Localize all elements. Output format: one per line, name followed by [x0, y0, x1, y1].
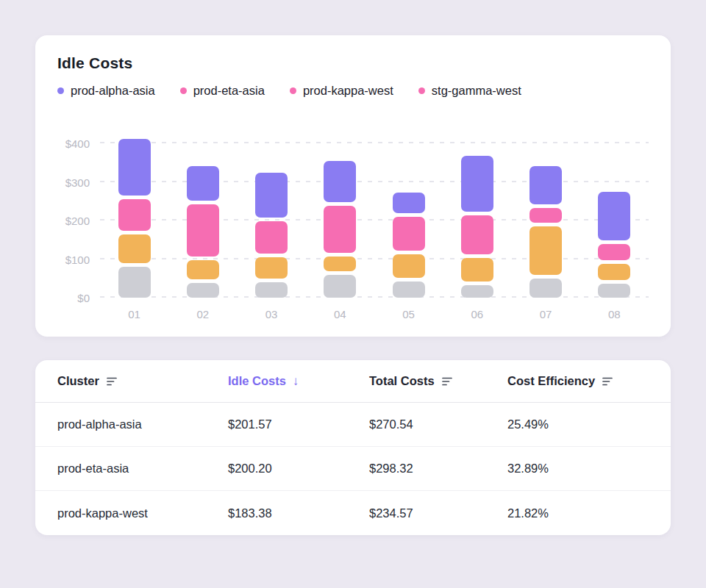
bar-segment-prod-kappa-west[interactable]: [324, 257, 356, 271]
bar-segment-prod-eta-asia[interactable]: [255, 221, 288, 254]
y-tick-label: $400: [65, 137, 90, 150]
bar-segment-stg-gamma-west[interactable]: [598, 284, 630, 298]
legend-item-prod-kappa-west[interactable]: prod-kappa-west: [290, 84, 393, 98]
bar-segment-prod-kappa-west[interactable]: [187, 260, 219, 279]
bar-segment-prod-eta-asia[interactable]: [118, 199, 151, 231]
bar-segment-prod-alpha-asia[interactable]: [598, 192, 630, 240]
stacked-bar-06: [461, 127, 493, 298]
column-header-cost-efficiency[interactable]: Cost Efficiency: [507, 374, 649, 388]
bar-segment-prod-alpha-asia[interactable]: [393, 193, 425, 213]
bar-segment-prod-kappa-west[interactable]: [530, 226, 562, 275]
legend-item-prod-eta-asia[interactable]: prod-eta-asia: [180, 84, 265, 98]
bar-segment-prod-kappa-west[interactable]: [118, 234, 151, 263]
bar-segment-stg-gamma-west[interactable]: [461, 285, 493, 298]
bar-segment-prod-eta-asia[interactable]: [598, 244, 630, 260]
legend-dot: [57, 87, 64, 94]
bar-segment-prod-alpha-asia[interactable]: [187, 166, 219, 201]
stacked-bar-03: [255, 127, 288, 298]
legend-label: prod-kappa-west: [303, 84, 393, 98]
legend-item-prod-alpha-asia[interactable]: prod-alpha-asia: [57, 84, 155, 98]
x-tick-label: 04: [306, 308, 374, 320]
table-row-prod-kappa-west: prod-kappa-west$183.38$234.5721.82%: [35, 491, 671, 535]
value-cell: $234.57: [369, 506, 507, 520]
chart-plot-area: [100, 127, 649, 298]
legend-label: prod-alpha-asia: [71, 84, 155, 98]
column-header-label: Idle Costs: [228, 374, 286, 388]
y-tick-label: $0: [77, 292, 90, 304]
idle-costs-chart-card: Idle Costs prod-alpha-asiaprod-eta-asiap…: [35, 35, 671, 337]
y-tick-label: $300: [65, 176, 90, 188]
bar-segment-prod-kappa-west[interactable]: [598, 264, 630, 280]
stacked-bar-01: [118, 127, 151, 298]
stacked-bar-02: [187, 127, 219, 298]
bar-slot-08: [580, 127, 649, 298]
y-tick-label: $100: [65, 253, 90, 265]
column-header-label: Total Costs: [369, 374, 435, 388]
bar-segment-stg-gamma-west[interactable]: [187, 283, 219, 298]
bar-segment-prod-eta-asia[interactable]: [324, 206, 356, 253]
value-cell: 32.89%: [507, 462, 649, 476]
x-tick-label: 08: [580, 308, 649, 320]
bar-slot-05: [374, 127, 443, 298]
legend-label: stg-gamma-west: [432, 84, 521, 98]
bar-segment-prod-alpha-asia[interactable]: [324, 161, 356, 201]
bar-segment-stg-gamma-west[interactable]: [530, 279, 562, 298]
table-header-row: ClusterIdle Costs↓Total CostsCost Effici…: [35, 360, 671, 403]
bar-segment-prod-kappa-west[interactable]: [255, 257, 288, 279]
bar-segment-prod-kappa-west[interactable]: [393, 254, 425, 278]
sort-descending-arrow-icon: ↓: [293, 375, 299, 387]
bar-segment-prod-eta-asia[interactable]: [187, 204, 219, 257]
sort-lines-icon: [602, 376, 614, 387]
column-header-label: Cost Efficiency: [507, 374, 595, 388]
legend-label: prod-eta-asia: [193, 84, 265, 98]
bar-segment-stg-gamma-west[interactable]: [324, 275, 356, 298]
legend-dot: [418, 87, 425, 94]
cluster-name-cell: prod-eta-asia: [57, 462, 228, 476]
x-tick-label: 07: [512, 308, 580, 320]
bar-segment-prod-alpha-asia[interactable]: [530, 166, 562, 205]
bar-segment-stg-gamma-west[interactable]: [118, 267, 151, 298]
bar-segment-prod-alpha-asia[interactable]: [255, 173, 288, 217]
table-row-prod-eta-asia: prod-eta-asia$200.20$298.3232.89%: [35, 447, 671, 491]
bar-segment-prod-eta-asia[interactable]: [530, 208, 562, 223]
x-tick-label: 01: [100, 308, 168, 320]
chart-title: Idle Costs: [57, 54, 649, 72]
dashboard-page: Idle Costs prod-alpha-asiaprod-eta-asiap…: [0, 0, 706, 588]
value-cell: $298.32: [369, 462, 507, 476]
bar-segment-stg-gamma-west[interactable]: [255, 282, 288, 298]
bar-slot-01: [100, 127, 168, 298]
bar-segment-prod-eta-asia[interactable]: [461, 215, 493, 254]
bar-slot-03: [238, 127, 306, 298]
bar-slot-06: [443, 127, 511, 298]
x-tick-label: 05: [374, 308, 443, 320]
bar-segment-stg-gamma-west[interactable]: [393, 282, 425, 298]
legend-dot: [180, 87, 187, 94]
stacked-bar-chart: $0$100$200$300$400: [57, 127, 649, 298]
table-row-prod-alpha-asia: prod-alpha-asia$201.57$270.5425.49%: [35, 403, 671, 447]
y-axis-labels: $0$100$200$300$400: [57, 127, 100, 298]
value-cell: 21.82%: [507, 506, 649, 520]
value-cell: 25.49%: [507, 417, 649, 431]
column-header-idle-costs[interactable]: Idle Costs↓: [228, 374, 369, 388]
column-header-total-costs[interactable]: Total Costs: [369, 374, 507, 388]
stacked-bar-04: [324, 127, 356, 298]
legend-dot: [290, 87, 296, 94]
column-header-cluster[interactable]: Cluster: [57, 374, 228, 388]
cluster-costs-table-card: ClusterIdle Costs↓Total CostsCost Effici…: [35, 360, 671, 535]
x-tick-label: 03: [238, 308, 306, 320]
bar-segment-prod-eta-asia[interactable]: [393, 217, 425, 251]
bar-segment-prod-alpha-asia[interactable]: [118, 139, 151, 195]
value-cell: $200.20: [228, 462, 369, 476]
bar-segment-prod-kappa-west[interactable]: [461, 258, 493, 282]
bar-slot-04: [306, 127, 374, 298]
cluster-name-cell: prod-kappa-west: [57, 506, 228, 520]
legend-item-stg-gamma-west[interactable]: stg-gamma-west: [418, 84, 521, 98]
value-cell: $183.38: [228, 506, 369, 520]
bar-segment-prod-alpha-asia[interactable]: [461, 156, 493, 212]
sort-lines-icon: [106, 376, 118, 387]
stacked-bar-05: [393, 127, 425, 298]
x-tick-label: 06: [443, 308, 511, 320]
sort-lines-icon: [441, 376, 454, 387]
column-header-label: Cluster: [57, 374, 99, 388]
stacked-bar-08: [598, 127, 630, 298]
